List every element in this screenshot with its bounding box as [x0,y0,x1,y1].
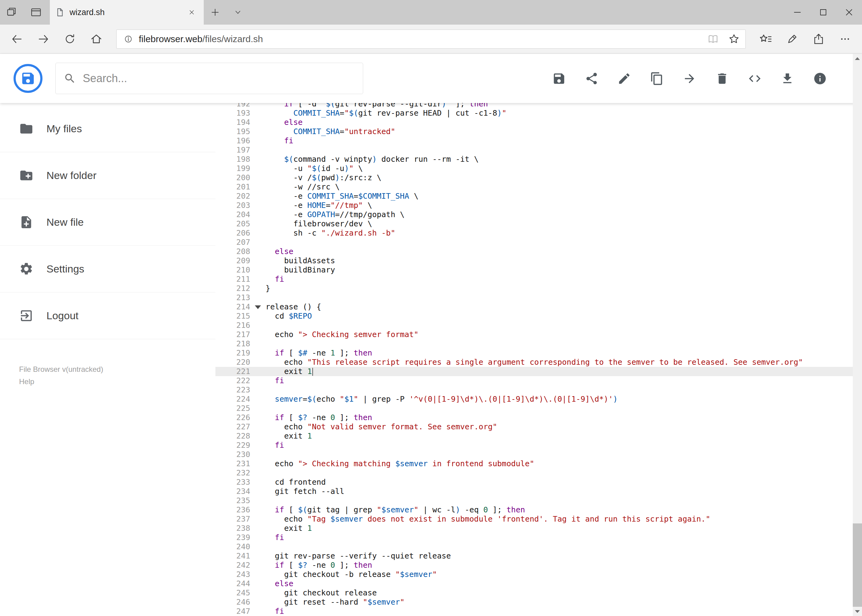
page-scrollbar[interactable] [853,54,862,616]
code-line-206[interactable]: 206 sh -c "./wizard.sh -b" [216,228,862,238]
favorites-hub-icon[interactable] [752,27,779,51]
code-line-229[interactable]: 229 fi [216,441,862,450]
sidebar-item-new-folder[interactable]: New folder [0,152,216,199]
maximize-button[interactable] [810,0,836,25]
code-line-235[interactable]: 235 [216,496,862,505]
code-line-227[interactable]: 227 echo "Not valid semver format. See s… [216,422,862,432]
code-line-223[interactable]: 223 [216,385,862,394]
site-info-icon[interactable] [121,32,136,46]
code-line-201[interactable]: 201 -w //src \ [216,182,862,192]
download-button[interactable] [771,63,804,94]
code-line-208[interactable]: 208 else [216,247,862,256]
move-arrow-button[interactable] [673,63,706,94]
copy-button[interactable] [640,63,673,94]
code-line-203[interactable]: 203 -e HOME="//tmp" \ [216,201,862,210]
code-line-231[interactable]: 231 echo "> Checking matching $semver in… [216,459,862,468]
code-line-209[interactable]: 209 buildAssets [216,256,862,266]
favorite-star-icon[interactable] [725,31,743,47]
refresh-button[interactable] [57,27,83,51]
share-file-button[interactable] [575,63,608,94]
code-line-247[interactable]: 247 fi [216,607,862,616]
code-line-219[interactable]: 219 if [ $# -ne 1 ]; then [216,349,862,358]
scroll-up-icon[interactable] [853,54,862,63]
code-line-221[interactable]: 221 exit 1 [216,367,862,376]
sidebar-item-logout[interactable]: Logout [0,292,216,339]
reading-view-icon[interactable] [704,31,722,47]
code-line-225[interactable]: 225 [216,404,862,413]
code-line-193[interactable]: 193 COMMIT_SHA="$(git rev-parse HEAD | c… [216,108,862,118]
code-line-241[interactable]: 241 git rev-parse --verify --quiet relea… [216,552,862,561]
code-line-197[interactable]: 197 [216,146,862,155]
code-line-238[interactable]: 238 exit 1 [216,524,862,533]
fold-marker-icon[interactable] [250,302,266,311]
code-line-243[interactable]: 243 git checkout -b release "$semver" [216,570,862,579]
code-line-236[interactable]: 236 if [ $(git tag | grep "$semver" | wc… [216,505,862,514]
search-input[interactable] [83,72,355,85]
scroll-down-icon[interactable] [853,607,862,616]
code-line-224[interactable]: 224 semver=$(echo "$1" | grep -P '^v(0|[… [216,394,862,404]
code-line-198[interactable]: 198 $(command -v winpty) docker run --rm… [216,155,862,164]
code-line-212[interactable]: 212} [216,284,862,293]
code-line-202[interactable]: 202 -e COMMIT_SHA=$COMMIT_SHA \ [216,192,862,201]
code-line-205[interactable]: 205 filebrowser/dev \ [216,219,862,228]
tab-list-chevron-icon[interactable] [227,0,249,25]
back-button[interactable] [4,27,30,51]
code-line-207[interactable]: 207 [216,238,862,247]
search-box[interactable] [55,63,363,94]
web-note-pen-icon[interactable] [779,27,805,51]
code-line-196[interactable]: 196 fi [216,136,862,146]
code-line-244[interactable]: 244 else [216,579,862,588]
code-line-237[interactable]: 237 echo "Tag $semver does not exist in … [216,514,862,524]
sidebar-item-settings[interactable]: Settings [0,246,216,292]
more-options-icon[interactable] [832,27,858,51]
delete-trash-button[interactable] [706,63,738,94]
code-line-220[interactable]: 220 echo "This release script requires a… [216,358,862,367]
code-line-230[interactable]: 230 [216,450,862,459]
tab-preview-icon[interactable] [24,0,48,25]
code-line-195[interactable]: 195 COMMIT_SHA="untracked" [216,127,862,136]
code-line-211[interactable]: 211 fi [216,275,862,284]
help-link[interactable]: Help [19,376,216,388]
forward-button[interactable] [30,27,57,51]
code-line-234[interactable]: 234 git fetch --all [216,487,862,496]
rename-pencil-button[interactable] [608,63,640,94]
scrollbar-thumb[interactable] [853,523,862,607]
sidebar-item-my-files[interactable]: My files [0,105,216,152]
code-line-246[interactable]: 246 git reset --hard "$semver" [216,597,862,607]
code-line-215[interactable]: 215 cd $REPO [216,311,862,321]
code-line-210[interactable]: 210 buildBinary [216,266,862,275]
code-line-226[interactable]: 226 if [ $? -ne 0 ]; then [216,413,862,422]
code-line-192[interactable]: 192 if [ -d "$(git rev-parse --git-dir)"… [216,103,862,108]
minimize-button[interactable] [785,0,810,25]
code-line-199[interactable]: 199 -u "$(id -u)" \ [216,164,862,173]
code-brackets-button[interactable] [738,63,771,94]
code-line-222[interactable]: 222 fi [216,376,862,385]
code-line-213[interactable]: 213 [216,293,862,302]
share-icon[interactable] [805,27,832,51]
code-line-216[interactable]: 216 [216,321,862,330]
filebrowser-logo-icon[interactable] [14,64,43,93]
code-editor[interactable]: 192 if [ -d "$(git rev-parse --git-dir)"… [216,103,862,616]
sidebar-item-new-file[interactable]: New file [0,199,216,246]
code-line-228[interactable]: 228 exit 1 [216,432,862,441]
save-button[interactable] [542,63,575,94]
code-line-232[interactable]: 232 [216,468,862,478]
code-line-245[interactable]: 245 git checkout release [216,588,862,597]
new-tab-button[interactable] [204,0,227,25]
code-line-217[interactable]: 217 echo "> Checking semver format" [216,330,862,339]
info-button[interactable] [804,63,836,94]
code-line-233[interactable]: 233 cd frontend [216,478,862,487]
tabs-set-aside-icon[interactable] [0,0,24,25]
code-line-218[interactable]: 218 [216,339,862,349]
close-button[interactable] [836,0,862,25]
browser-tab[interactable]: wizard.sh [50,0,204,25]
code-line-194[interactable]: 194 else [216,118,862,127]
code-line-204[interactable]: 204 -e GOPATH=//tmp/gopath \ [216,210,862,219]
code-line-214[interactable]: 214release () { [216,302,862,311]
code-line-242[interactable]: 242 if [ $? -ne 0 ]; then [216,561,862,570]
address-bar[interactable]: filebrowser.web/files/wizard.sh [116,30,746,49]
code-line-200[interactable]: 200 -v /$(pwd):/src:z \ [216,173,862,182]
code-line-239[interactable]: 239 fi [216,533,862,542]
code-line-240[interactable]: 240 [216,542,862,552]
home-button[interactable] [83,27,110,51]
